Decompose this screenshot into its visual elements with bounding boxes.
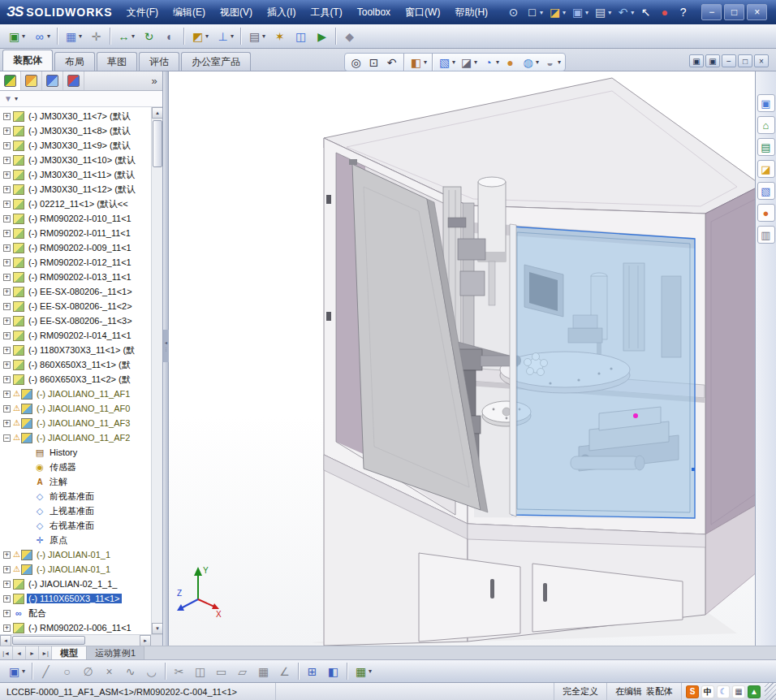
next-study-button[interactable]: ► (26, 646, 39, 659)
tree-expander-icon[interactable]: + (3, 581, 11, 588)
tree-item[interactable]: +(-) RM090202-I-013_11<1 (0, 270, 151, 284)
tree-item[interactable]: +(-) 860X650X3_11<1> (默 (0, 357, 151, 372)
tree-item[interactable]: ✛原点 (0, 533, 151, 547)
close-button[interactable]: × (747, 4, 767, 20)
bill-of-materials-button[interactable]: ▤▾ (244, 26, 269, 46)
scroll-left-button[interactable]: ◄ (0, 635, 11, 646)
tree-expander-icon[interactable]: + (3, 566, 11, 573)
ime-moon-icon[interactable]: ☾ (717, 685, 730, 698)
viewport-close-button[interactable]: × (754, 54, 769, 67)
menu-insert[interactable]: 插入(I) (260, 2, 303, 23)
menu-tools[interactable]: 工具(T) (303, 2, 349, 23)
tree-item[interactable]: +(-) RM090202-I-011_11<1 (0, 226, 151, 240)
save-button[interactable]: ▣▾ (4, 661, 28, 681)
tree-item[interactable]: +(-) EE-SX-080206-_11<1> (0, 284, 151, 299)
tree-expander-icon[interactable]: + (3, 376, 11, 383)
propertymanager-tab[interactable] (21, 71, 42, 90)
tree-expander-icon[interactable]: + (3, 624, 11, 632)
viewport-maximize-button[interactable]: □ (738, 54, 752, 67)
file-explorer-button[interactable]: ◪ (757, 160, 775, 178)
dropdown-caret-icon[interactable]: ▾ (15, 95, 18, 102)
tree-item[interactable]: +∞配合 (0, 606, 151, 620)
tab-assembly[interactable]: 装配体 (2, 50, 53, 71)
filter-icon[interactable]: ▼ (4, 94, 12, 103)
smart-fasteners-button[interactable]: ✛ (86, 26, 106, 46)
viewport-minimize-button[interactable]: − (722, 54, 736, 67)
zoom-to-fit-button[interactable]: ◎ (347, 54, 364, 70)
tree-item[interactable]: +(-) RM090202-I-006_11<1 (0, 620, 151, 634)
tree-item[interactable]: +(-) 860X650X3_11<2> (默 (0, 372, 151, 387)
tab-layout[interactable]: 布局 (54, 52, 95, 71)
ime-chinese-icon[interactable]: 中 (701, 685, 714, 698)
print-button[interactable]: ▤▾ (592, 3, 613, 21)
tab-evaluate[interactable]: 评估 (139, 52, 179, 71)
rotate-component-button[interactable]: ↻ (139, 26, 159, 46)
lower-door-left[interactable] (419, 553, 520, 642)
display-style-button[interactable]: ◪▾ (458, 54, 479, 70)
menu-toolbox[interactable]: Toolbox (350, 3, 398, 21)
tree-expander-icon[interactable]: + (3, 391, 11, 398)
first-study-button[interactable]: |◄ (0, 646, 13, 659)
task-pane-toggle-button[interactable]: ▣ (757, 94, 775, 112)
tree-vertical-scrollbar[interactable]: ▲ ▼ (151, 107, 162, 634)
door-handle-right-icon[interactable] (543, 583, 547, 602)
zoom-to-area-button[interactable]: ⊡ (365, 54, 382, 70)
design-library-button[interactable]: ▤ (757, 138, 775, 156)
horizontal-scroll-track[interactable] (11, 635, 140, 646)
menu-help[interactable]: 帮助(H) (447, 2, 495, 23)
exploded-view-button[interactable]: ✶ (269, 26, 290, 46)
model-tab[interactable]: 模型 (52, 646, 87, 659)
tree-item[interactable]: +(-) JM30X30_11<8> (默认 (0, 123, 151, 138)
tree-item[interactable]: +(-) JIAOLIAN-02_1_1_ (0, 577, 151, 591)
featuremanager-design-tree-tab[interactable] (0, 71, 21, 90)
interference-detection-button[interactable]: ◫ (291, 26, 311, 46)
tab-sketch[interactable]: 草图 (97, 52, 137, 71)
tree-horizontal-scrollbar[interactable]: ◄ ► (0, 634, 162, 646)
selected-glass-panel[interactable] (512, 227, 695, 518)
panel-splitter[interactable]: ◄⋮ (163, 71, 169, 646)
tree-expander-icon[interactable]: + (3, 288, 11, 296)
tree-expander-icon[interactable]: + (3, 332, 11, 339)
hide-show-items-button[interactable]: ◔▾ (480, 54, 501, 70)
previous-study-button[interactable]: ◄ (13, 646, 26, 659)
view-palette-button[interactable]: ▧ (757, 182, 775, 200)
scroll-up-button[interactable]: ▲ (152, 107, 162, 119)
tree-expander-icon[interactable]: − (3, 434, 11, 442)
tree-expander-icon[interactable]: + (3, 215, 11, 223)
graphics-area[interactable]: Y Z X (169, 71, 755, 646)
tree-expander-icon[interactable]: + (3, 274, 11, 281)
tree-item[interactable]: +(-) JM30X30_11<12> (默认 (0, 182, 151, 197)
tree-expander-icon[interactable]: + (3, 347, 11, 354)
tree-expander-icon[interactable]: + (3, 405, 11, 413)
tree-expander-icon[interactable]: + (3, 259, 11, 266)
apply-scene-button[interactable]: ◍▾ (519, 54, 541, 70)
menu-view[interactable]: 视图(V) (213, 2, 260, 23)
tree-item[interactable]: +⚠(-) JIAOLIANO_11_AF3 (0, 416, 151, 430)
panel-expand-button[interactable]: » (146, 71, 162, 90)
view-orientation-button[interactable]: ▧▾ (436, 54, 457, 70)
search-button[interactable]: ⊙ (505, 3, 522, 21)
instant3d-button[interactable]: ◆ (339, 26, 360, 46)
undo-button[interactable]: ↶▾ (614, 3, 636, 21)
reference-geometry-button[interactable]: ⊥▾ (213, 26, 237, 46)
motion-study-tab[interactable]: 运动算例1 (87, 646, 144, 659)
section-view-button[interactable]: ◧▾ (407, 54, 429, 70)
tree-expander-icon[interactable]: + (3, 551, 11, 559)
tree-expander-icon[interactable]: + (3, 113, 11, 120)
view-settings-button[interactable]: ◒▾ (541, 54, 563, 70)
tree-item[interactable]: +⚠(-) JIAOLIAN-01_1 (0, 547, 151, 562)
select-button[interactable]: ↖ (637, 3, 654, 21)
menu-edit[interactable]: 编辑(E) (166, 2, 213, 23)
language-bar-icon[interactable]: ▲ (748, 685, 761, 698)
maximize-button[interactable]: □ (724, 4, 744, 20)
tree-item[interactable]: +(-) 02212_11<1> (默认<< (0, 197, 151, 211)
help-button[interactable]: ? (675, 3, 692, 21)
tree-expander-icon[interactable]: + (3, 171, 11, 179)
tree-item[interactable]: +⚠(-) JIAOLIANO_11_AF0 (0, 401, 151, 416)
tree-item[interactable]: +(-) 1180X730X3_11<1> (默 (0, 343, 151, 357)
tree-item[interactable]: +(-) RM090202-I-010_11<1 (0, 211, 151, 226)
cabinet-right-panel[interactable] (705, 185, 755, 615)
solidworks-resources-button[interactable]: ⌂ (757, 116, 775, 134)
minimize-button[interactable]: − (701, 4, 722, 20)
tree-item[interactable]: ◉传感器 (0, 460, 151, 474)
